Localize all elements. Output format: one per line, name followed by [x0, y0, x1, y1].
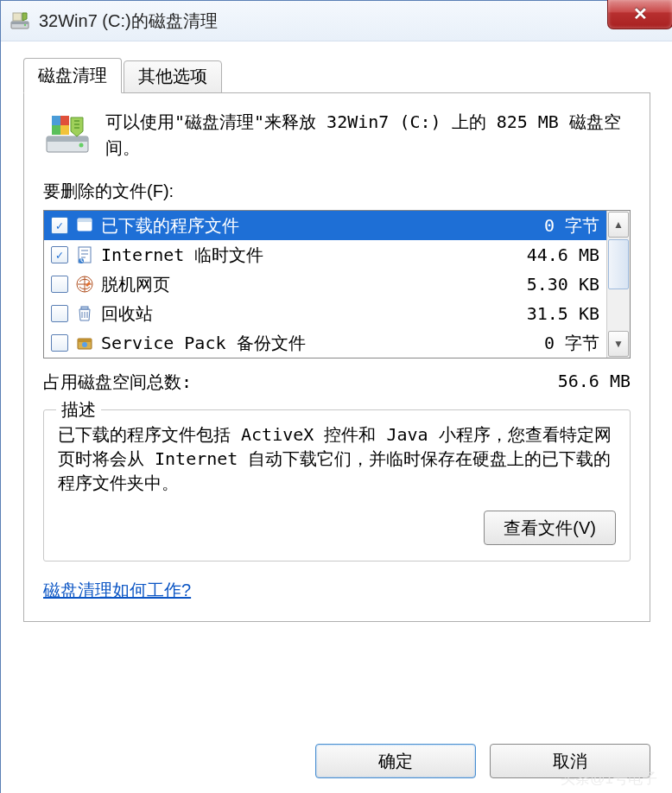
file-row[interactable]: Service Pack 备份文件0 字节 — [44, 328, 606, 358]
file-size: 44.6 MB — [527, 244, 599, 265]
svg-rect-9 — [52, 125, 60, 135]
disk-cleanup-window: 32Win7 (C:)的磁盘清理 ✕ 磁盘清理 其他选项 — [0, 0, 672, 793]
drive-cleanup-icon — [43, 109, 92, 157]
file-name: 脱机网页 — [101, 273, 527, 296]
file-row[interactable]: 已下载的程序文件0 字节 — [44, 211, 606, 240]
file-checkbox[interactable] — [51, 217, 68, 234]
svg-rect-1 — [11, 22, 29, 24]
file-row[interactable]: 脱机网页5.30 KB — [44, 270, 606, 299]
file-type-icon — [75, 275, 94, 294]
window-title: 32Win7 (C:)的磁盘清理 — [39, 10, 218, 33]
total-value: 56.6 MB — [558, 371, 631, 394]
intro-row: 可以使用"磁盘清理"来释放 32Win7 (C:) 上的 825 MB 磁盘空间… — [43, 109, 631, 161]
scroll-track[interactable] — [607, 290, 630, 330]
total-row: 占用磁盘空间总数: 56.6 MB — [43, 371, 631, 394]
scroll-thumb[interactable] — [608, 239, 629, 289]
file-name: Service Pack 备份文件 — [101, 332, 544, 355]
file-type-icon — [75, 245, 94, 264]
file-type-icon — [75, 333, 94, 352]
files-to-delete-label: 要删除的文件(F): — [43, 180, 631, 203]
scroll-down-button[interactable]: ▼ — [608, 331, 629, 357]
cancel-button[interactable]: 取消 — [490, 744, 650, 778]
svg-point-6 — [79, 143, 84, 148]
file-checkbox[interactable] — [51, 246, 68, 263]
file-name: Internet 临时文件 — [101, 244, 527, 267]
close-icon: ✕ — [633, 3, 648, 24]
svg-point-2 — [24, 24, 26, 26]
description-legend: 描述 — [56, 398, 101, 422]
scroll-up-button[interactable]: ▲ — [608, 212, 629, 238]
svg-rect-12 — [78, 219, 92, 222]
total-label: 占用磁盘空间总数: — [43, 371, 192, 394]
help-link[interactable]: 磁盘清理如何工作? — [43, 579, 191, 602]
intro-text: 可以使用"磁盘清理"来释放 32Win7 (C:) 上的 825 MB 磁盘空间… — [105, 109, 631, 161]
title-bar[interactable]: 32Win7 (C:)的磁盘清理 ✕ — [1, 1, 672, 41]
tab-panel: 可以使用"磁盘清理"来释放 32Win7 (C:) 上的 825 MB 磁盘空间… — [23, 92, 650, 622]
ok-button[interactable]: 确定 — [315, 744, 476, 778]
svg-rect-8 — [60, 116, 69, 125]
svg-rect-5 — [47, 136, 88, 142]
file-name: 回收站 — [101, 302, 527, 326]
svg-rect-10 — [60, 125, 69, 135]
tab-more-options[interactable]: 其他选项 — [124, 60, 222, 96]
svg-rect-16 — [81, 307, 88, 309]
description-group: 描述 已下载的程序文件包括 ActiveX 控件和 Java 小程序，您查看特定… — [43, 409, 631, 561]
file-row[interactable]: Internet 临时文件44.6 MB — [44, 240, 606, 270]
file-size: 5.30 KB — [527, 274, 599, 295]
file-name: 已下载的程序文件 — [101, 214, 544, 238]
file-checkbox[interactable] — [51, 276, 68, 293]
view-files-button[interactable]: 查看文件(V) — [484, 511, 616, 545]
file-size: 0 字节 — [544, 332, 599, 355]
tab-cleanup[interactable]: 磁盘清理 — [23, 58, 122, 93]
close-button[interactable]: ✕ — [607, 0, 672, 29]
tab-strip: 磁盘清理 其他选项 — [23, 58, 650, 93]
dialog-footer: 确定 取消 — [315, 744, 650, 778]
file-size: 31.5 KB — [527, 303, 599, 324]
file-type-icon — [75, 304, 94, 323]
svg-rect-3 — [13, 13, 22, 21]
file-row[interactable]: 回收站31.5 KB — [44, 299, 606, 328]
file-type-icon — [75, 216, 94, 235]
scrollbar[interactable]: ▲ ▼ — [606, 211, 630, 358]
svg-point-19 — [82, 342, 87, 347]
svg-rect-18 — [78, 339, 92, 342]
files-listbox[interactable]: 已下载的程序文件0 字节Internet 临时文件44.6 MB脱机网页5.30… — [43, 210, 631, 358]
disk-cleanup-icon — [10, 10, 30, 31]
file-checkbox[interactable] — [51, 305, 68, 322]
file-checkbox[interactable] — [51, 334, 68, 352]
description-text: 已下载的程序文件包括 ActiveX 控件和 Java 小程序，您查看特定网页时… — [58, 422, 616, 495]
file-size: 0 字节 — [544, 214, 599, 238]
